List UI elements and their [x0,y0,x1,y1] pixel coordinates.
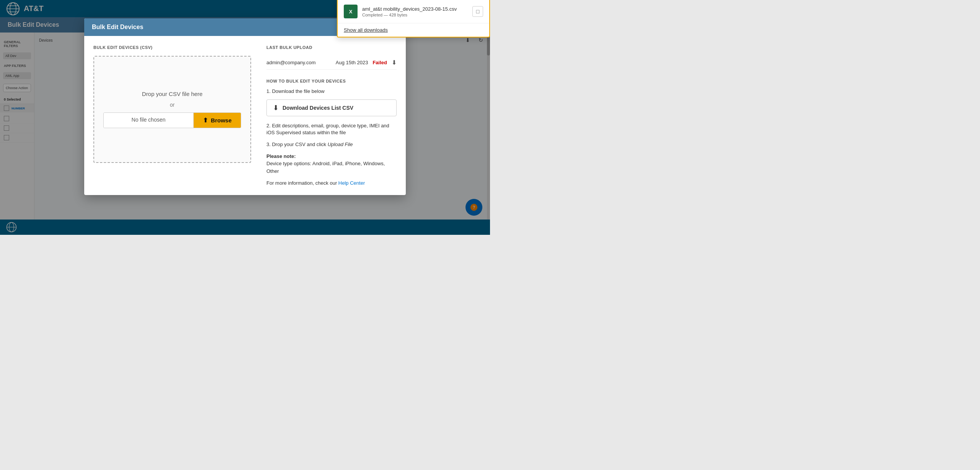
step-2: 2. Edit descriptions, email, group, devi… [266,122,397,136]
excel-icon: X [344,5,358,18]
step-3-prefix: 3. Drop your CSV and click [266,141,328,147]
step-3-italic: Upload File [328,141,353,147]
please-note-text: Device type options: Android, iPad, iPho… [266,161,385,174]
download-csv-label: Download Devices List CSV [283,105,353,111]
step-3: 3. Drop your CSV and click Upload File [266,141,397,148]
please-note-title: Please note: [266,153,296,159]
upload-arrow-icon: ⬆ [203,117,208,124]
download-info: aml_at&t mobility_devices_2023-08-15.csv… [362,6,468,17]
left-panel: BULK EDIT DEVICES (CSV) Drop your CSV fi… [93,45,251,186]
download-popup: X aml_at&t mobility_devices_2023-08-15.c… [337,0,490,37]
drop-text: Drop your CSV file here [142,91,203,97]
upload-row: admin@company.com Aug 15th 2023 Failed ⬇ [266,56,397,70]
bulk-edit-modal: Bulk Edit Devices BULK EDIT DEVICES (CSV… [84,18,406,195]
help-center-row: For more information, check our Help Cen… [266,180,397,186]
download-item: X aml_at&t mobility_devices_2023-08-15.c… [338,0,489,23]
or-text: or [170,102,175,108]
open-folder-icon[interactable]: □ [472,6,483,17]
drop-zone[interactable]: Drop your CSV file here or No file chose… [93,56,251,163]
modal-body: BULK EDIT DEVICES (CSV) Drop your CSV fi… [84,36,406,195]
download-filename: aml_at&t mobility_devices_2023-08-15.csv [362,6,468,12]
how-to-title: HOW TO BULK EDIT YOUR DEVICES [266,79,397,83]
download-large-icon: ⬇ [273,104,279,112]
help-center-link[interactable]: Help Center [338,180,365,186]
show-all-downloads-link[interactable]: Show all downloads [338,23,489,37]
no-file-label: No file chosen [104,113,194,128]
browse-button[interactable]: ⬆ Browse [194,113,241,128]
bulk-edit-csv-title: BULK EDIT DEVICES (CSV) [93,45,251,50]
upload-date: Aug 15th 2023 [336,60,368,65]
help-center-prefix: For more information, check our [266,180,338,186]
step-1: 1. Download the file below [266,88,397,95]
download-csv-button[interactable]: ⬇ Download Devices List CSV [266,99,397,116]
last-upload-section: LAST BULK UPLOAD admin@company.com Aug 1… [266,45,397,70]
browse-label: Browse [211,117,232,124]
please-note: Please note: Device type options: Androi… [266,153,397,175]
right-panel: LAST BULK UPLOAD admin@company.com Aug 1… [266,45,397,186]
upload-download-icon[interactable]: ⬇ [392,59,397,66]
how-to-section: HOW TO BULK EDIT YOUR DEVICES 1. Downloa… [266,79,397,186]
modal-title: Bulk Edit Devices [92,24,143,30]
upload-status-badge: Failed [372,60,387,65]
file-input-row: No file chosen ⬆ Browse [103,112,241,128]
upload-email: admin@company.com [266,60,331,65]
last-upload-title: LAST BULK UPLOAD [266,45,397,50]
download-status: Completed — 428 bytes [362,13,468,17]
